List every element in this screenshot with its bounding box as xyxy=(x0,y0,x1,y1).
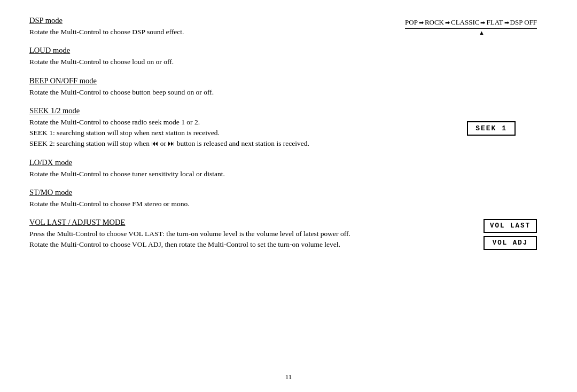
arrow-3: ➡ xyxy=(480,19,485,26)
arrow-1: ➡ xyxy=(419,19,424,26)
loud-body: Rotate the Multi-Control to choose loud … xyxy=(29,57,548,67)
stmo-title: ST/MO mode xyxy=(29,188,548,197)
dsp-classic: CLASSIC xyxy=(451,18,479,27)
dsp-flat: FLAT xyxy=(486,18,503,27)
loud-section: LOUD mode Rotate the Multi-Control to ch… xyxy=(29,46,548,67)
stmo-section: ST/MO mode Rotate the Multi-Control to c… xyxy=(29,188,548,209)
page-number: 11 xyxy=(285,373,292,381)
seek-box: SEEK 1 xyxy=(467,121,516,136)
seek-line2-row: SEEK 1: searching station will stop when… xyxy=(29,128,467,138)
dsp-left: DSP mode Rotate the Multi-Control to cho… xyxy=(29,16,405,37)
seek-section: SEEK 1/2 mode Rotate the Multi-Control t… xyxy=(29,106,548,150)
dsp-pop: POP xyxy=(405,18,418,27)
vol-left: VOL LAST / ADJUST MODE Press the Multi-C… xyxy=(29,218,484,250)
seek-body: Rotate the Multi-Control to choose radio… xyxy=(29,117,467,150)
arrow-2: ➡ xyxy=(445,19,450,26)
vol-title: VOL LAST / ADJUST MODE xyxy=(29,218,484,227)
seek-line3-mid: or xyxy=(158,139,168,147)
page: DSP mode Rotate the Multi-Control to cho… xyxy=(0,0,577,392)
vol-line1: Press the Multi-Control to choose VOL LA… xyxy=(29,229,484,239)
dsp-section: DSP mode Rotate the Multi-Control to cho… xyxy=(29,16,548,37)
dsp-chain-container: POP ➡ ROCK ➡ CLASSIC ➡ FLAT ➡ DSP OFF ▲ xyxy=(405,16,537,36)
vol-adj-box: VOL ADJ xyxy=(484,236,537,250)
seek-title: SEEK 1/2 mode xyxy=(29,106,467,115)
stmo-body: Rotate the Multi-Control to choose FM st… xyxy=(29,199,548,209)
dsp-off: DSP OFF xyxy=(510,18,537,27)
vol-last-box: VOL LAST xyxy=(484,219,537,233)
loud-title: LOUD mode xyxy=(29,46,548,55)
seek-line1: Rotate the Multi-Control to choose radio… xyxy=(29,117,467,128)
lodx-title: LO/DX mode xyxy=(29,158,548,167)
vol-section: VOL LAST / ADJUST MODE Press the Multi-C… xyxy=(29,218,548,250)
dsp-chain: POP ➡ ROCK ➡ CLASSIC ➡ FLAT ➡ DSP OFF xyxy=(405,18,537,27)
seek-left: SEEK 1/2 mode Rotate the Multi-Control t… xyxy=(29,106,467,150)
seek-line3-post: button is released and next station is r… xyxy=(175,139,309,147)
beep-body: Rotate the Multi-Control to choose butto… xyxy=(29,87,548,98)
prev-icon: ⏮ xyxy=(151,139,158,147)
beep-section: BEEP ON/OFF mode Rotate the Multi-Contro… xyxy=(29,76,548,98)
dsp-title: DSP mode xyxy=(29,16,405,25)
dsp-indicator: ▲ xyxy=(479,29,485,36)
next-icon: ⏭ xyxy=(168,139,175,147)
seek-line3: SEEK 2: searching station will stop when… xyxy=(29,138,467,149)
vol-boxes: VOL LAST VOL ADJ xyxy=(484,218,537,250)
seek-line3-pre: SEEK 2: searching station will stop when xyxy=(29,139,151,147)
lodx-body: Rotate the Multi-Control to choose tuner… xyxy=(29,169,548,179)
vol-body: Press the Multi-Control to choose VOL LA… xyxy=(29,229,484,250)
dsp-rock: ROCK xyxy=(425,18,444,27)
lodx-section: LO/DX mode Rotate the Multi-Control to c… xyxy=(29,158,548,179)
dsp-line xyxy=(405,28,537,29)
seek-line2-text: SEEK 1: searching station will stop when… xyxy=(29,128,220,138)
vol-line2: Rotate the Multi-Control to choose VOL A… xyxy=(29,239,484,250)
beep-title: BEEP ON/OFF mode xyxy=(29,76,548,85)
arrow-4: ➡ xyxy=(504,19,509,26)
dsp-body: Rotate the Multi-Control to choose DSP s… xyxy=(29,27,405,37)
